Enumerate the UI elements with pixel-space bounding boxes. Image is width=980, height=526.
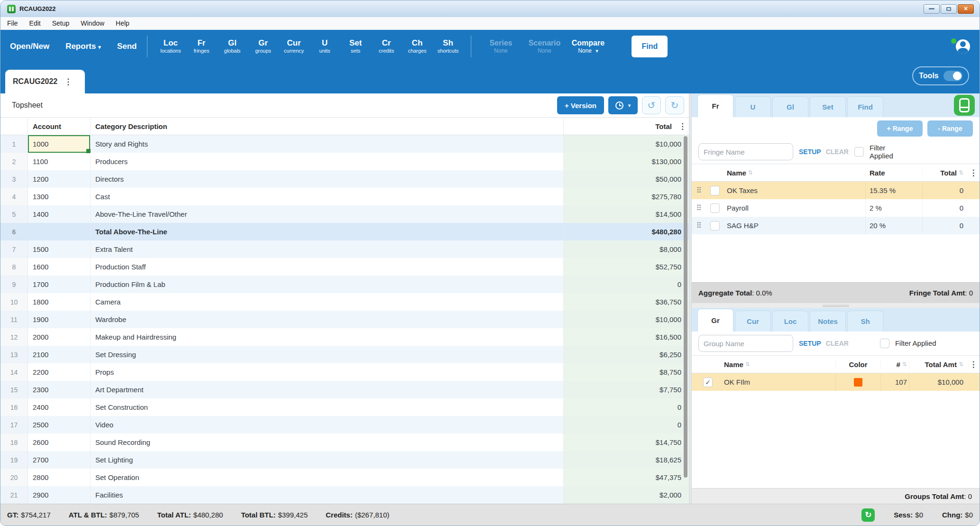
minimize-button[interactable] [924,4,940,14]
drag-handle-icon[interactable]: ⠿ [692,199,706,217]
fringe-rate-column-header[interactable]: Rate [865,169,922,177]
open-new-button[interactable]: Open/New [10,42,49,51]
account-cell[interactable]: 1100 [28,153,91,170]
topsheet-row[interactable]: 9 1700 Production Film & Lab 0 [0,276,689,293]
group-name-column-header[interactable]: Name⇅ [724,360,835,369]
account-cell[interactable]: 1600 [28,258,91,276]
topsheet-row[interactable]: 20 2800 Set Operation $47,375 [0,469,689,486]
account-cell[interactable]: 2400 [28,398,91,416]
version-history-button[interactable]: ▾ [608,96,638,114]
tab-menu-icon[interactable]: ⋮ [64,77,72,87]
fringe-name[interactable]: Payroll [724,199,865,217]
group-total-column-header[interactable]: Total Amt⇅ [909,360,967,369]
panel-splitter[interactable] [692,303,980,308]
account-cell[interactable]: 1400 [28,205,91,223]
menu-item[interactable]: Edit [29,19,41,27]
panel-layout-button[interactable] [954,95,975,116]
category-description-cell[interactable]: Facilities [91,486,564,504]
topsheet-row[interactable]: 4 1300 Cast $275,780 [0,188,689,205]
toolbar-tool-button[interactable]: Gr groups [247,38,278,54]
category-description-cell[interactable]: Camera [91,293,564,311]
account-cell[interactable]: 1800 [28,293,91,311]
menu-item[interactable]: Window [81,19,104,27]
fringe-clear-link[interactable]: CLEAR [826,148,849,156]
drag-handle-icon[interactable]: ⠿ [692,182,706,199]
fringe-row[interactable]: ⠿ Payroll 2 % 0 [692,199,980,217]
topsheet-row[interactable]: 2 1100 Producers $130,000 [0,153,689,170]
sort-icon[interactable]: ⇅ [959,361,963,368]
category-description-cell[interactable]: Art Department [91,381,564,398]
account-cell[interactable]: 2900 [28,486,91,504]
fringe-row[interactable]: ⠿ SAG H&P 20 % 0 [692,217,980,234]
panel-tab[interactable]: Fr [697,94,733,117]
fringe-name[interactable]: OK Taxes [724,182,865,199]
group-color-swatch[interactable] [854,378,862,387]
panel-tab[interactable]: Find [847,96,883,117]
toolbar-tool-button[interactable]: U units [309,38,340,54]
topsheet-row[interactable]: 7 1500 Extra Talent $8,000 [0,240,689,258]
category-description-cell[interactable]: Production Staff [91,258,564,276]
account-cell[interactable]: 2100 [28,346,91,363]
account-cell[interactable]: 1000 [28,135,91,153]
category-description-cell[interactable]: Set Construction [91,398,564,416]
topsheet-row[interactable]: 18 2600 Sound Recording $14,750 [0,434,689,451]
account-cell[interactable]: 1900 [28,311,91,328]
total-column-header[interactable]: Total [564,122,678,130]
fringe-row-checkbox[interactable] [710,186,720,195]
drag-handle-icon[interactable]: ⠿ [692,217,706,234]
redo-button[interactable]: ↻ [665,96,684,114]
category-description-cell[interactable]: Producers [91,153,564,170]
panel-tab[interactable]: Notes [810,311,846,332]
column-menu-icon[interactable]: ⋮ [967,168,980,178]
topsheet-row[interactable]: 10 1800 Camera $36,750 [0,293,689,311]
account-cell[interactable]: 1300 [28,188,91,205]
find-button[interactable]: Find [632,36,668,57]
fringe-name[interactable]: SAG H&P [724,217,865,234]
account-cell[interactable]: 1200 [28,170,91,188]
panel-tab[interactable]: Gl [772,96,808,117]
category-description-cell[interactable]: Above-The-Line Travel/Other [91,205,564,223]
panel-tab[interactable]: Gr [697,309,733,332]
group-name-input[interactable] [698,335,793,352]
fringe-rate[interactable]: 15.35 % [865,182,922,199]
toolbar-tool-button[interactable]: Set sets [340,38,371,54]
fringe-rate[interactable]: 20 % [865,217,922,234]
fringe-setup-link[interactable]: SETUP [799,148,821,156]
topsheet-row[interactable]: 17 2500 Video 0 [0,416,689,434]
topsheet-row[interactable]: 8 1600 Production Staff $52,750 [0,258,689,276]
add-range-button[interactable]: + Range [877,120,923,137]
menu-item[interactable]: File [7,19,18,27]
add-version-button[interactable]: + Version [557,96,604,114]
panel-tab[interactable]: Loc [772,311,808,332]
group-name[interactable]: OK FIlm [724,373,835,391]
sync-button[interactable]: ↻ [861,508,875,522]
account-cell[interactable]: 2200 [28,363,91,381]
tools-toggle[interactable]: Tools [912,66,969,85]
account-cell[interactable]: 2600 [28,434,91,451]
group-color-column-header[interactable]: Color [835,360,880,369]
menu-item[interactable]: Help [116,19,129,27]
category-description-cell[interactable]: Production Film & Lab [91,276,564,293]
toolbar-tool-button[interactable]: Ch charges [402,38,432,54]
category-description-cell[interactable]: Video [91,416,564,434]
account-cell[interactable]: 2500 [28,416,91,434]
group-clear-link[interactable]: CLEAR [826,340,849,347]
group-row-checkbox[interactable] [703,378,713,387]
scenario-selector[interactable]: Scenario None [522,38,566,55]
category-description-cell[interactable]: Extra Talent [91,240,564,258]
topsheet-row[interactable]: 19 2700 Set Lighting $18,625 [0,451,689,469]
account-cell[interactable]: 1700 [28,276,91,293]
fringe-total-column-header[interactable]: Total⇅ [922,169,967,177]
category-description-cell[interactable]: Wardrobe [91,311,564,328]
category-description-cell[interactable]: Sound Recording [91,434,564,451]
fringe-row-checkbox[interactable] [710,203,720,213]
panel-tab[interactable]: Cur [735,311,771,332]
sort-icon[interactable]: ⇅ [902,361,907,368]
panel-tab[interactable]: U [735,96,771,117]
fringe-name-column-header[interactable]: Name⇅ [724,169,865,177]
menu-item[interactable]: Setup [52,19,70,27]
fringe-rate[interactable]: 2 % [865,199,922,217]
account-cell[interactable]: 2300 [28,381,91,398]
topsheet-row[interactable]: 11 1900 Wardrobe $10,000 [0,311,689,328]
topsheet-row[interactable]: 1 1000 Story and Rights $10,000 [0,135,689,153]
